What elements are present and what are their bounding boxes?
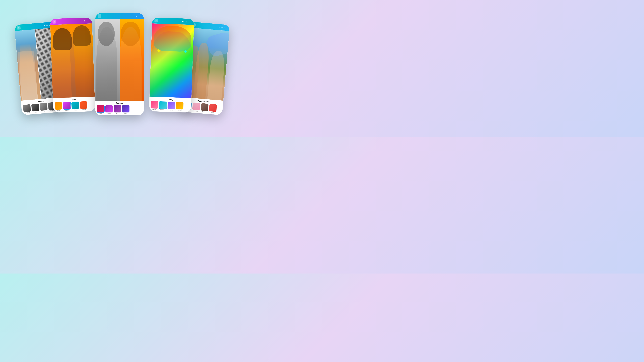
filter-label-lino: Lino xyxy=(34,111,37,113)
copy-icon-5[interactable]: ⧉ xyxy=(221,26,223,29)
filter-label-minced: Minced xyxy=(82,109,86,110)
download-icon-5[interactable]: ↓ xyxy=(224,27,225,29)
filter-row-3: Cherry Fuchsia Pop Violet xyxy=(97,105,142,114)
phones-container: ⌂ ••• ⧉ ↓ ↑ Screen xyxy=(13,8,231,129)
more-icon-4[interactable]: ••• xyxy=(182,21,184,22)
filter-thumb-minced xyxy=(80,101,88,109)
filter-label-semitone: Semitone xyxy=(25,112,30,114)
home-icon-3[interactable]: ⌂ xyxy=(98,14,101,18)
copy-icon-2[interactable]: ⧉ xyxy=(84,19,85,22)
filter-label-cherry: Cherry xyxy=(99,113,102,114)
filter-chipped[interactable]: Chipped xyxy=(63,102,71,111)
filter-moodstone[interactable]: Mood Stone xyxy=(159,101,167,111)
header-icons-4: ••• ⧉ ↓ ↑ xyxy=(182,20,192,23)
filter-thumb-violet xyxy=(122,105,130,112)
filter-thumb-pop xyxy=(114,105,121,112)
phone-trippy: ⌂ ••• ⧉ ↓ ↑ Trippy Fluorite xyxy=(149,17,194,113)
filter-thumb-windel xyxy=(200,103,209,111)
share-icon-4[interactable]: ↑ xyxy=(191,21,192,23)
more-icon-3[interactable]: ••• xyxy=(132,15,134,17)
filter-thumb-drill xyxy=(40,103,48,111)
filter-label-mirror: Mirror xyxy=(170,109,173,111)
filter-label-trygon: Trygon xyxy=(211,112,214,113)
phone-image-2 xyxy=(50,23,95,98)
phone-header-3: ⌂ ••• ⧉ ↓ ↑ xyxy=(95,13,144,19)
filter-label-sliced: Sliced xyxy=(74,109,77,111)
filter-label-none: None xyxy=(57,110,60,111)
filter-thumb-sliced xyxy=(72,102,79,109)
filter-thumb-semitone xyxy=(23,104,31,112)
header-icons-5: ••• ⧉ ↓ ↑ xyxy=(218,26,228,29)
share-icon-5[interactable]: ↑ xyxy=(226,27,228,29)
download-icon-2[interactable]: ↓ xyxy=(86,19,88,22)
home-icon-4[interactable]: ⌂ xyxy=(154,18,158,22)
filter-fluorite2[interactable]: Fluorite xyxy=(176,102,184,111)
filter-fluorite[interactable]: Fluorite xyxy=(151,101,158,110)
filter-label-fluorite2: Fluorite xyxy=(178,110,182,111)
filter-lino[interactable]: Lino xyxy=(31,104,39,113)
filter-drill[interactable]: Drill xyxy=(40,103,48,112)
effect-title-3: Duotone xyxy=(97,102,142,104)
filter-violet[interactable]: Violet xyxy=(122,105,130,114)
phone-bottom-2: Slice None Chipped Sliced Minced xyxy=(53,97,95,113)
filter-semitone[interactable]: Semitone xyxy=(23,104,31,114)
home-icon-2[interactable]: ⌂ xyxy=(52,20,56,24)
filter-label-moodstone: Mood Stone xyxy=(160,109,166,110)
phone-bottom-3: Duotone Cherry Fuchsia Pop Violet xyxy=(95,101,144,115)
filter-none[interactable]: None xyxy=(55,102,62,111)
duotone-divider xyxy=(120,19,120,101)
copy-icon[interactable]: ⧉ xyxy=(46,24,48,26)
download-icon-4[interactable]: ↓ xyxy=(188,21,190,23)
header-icons-3: ••• ⧉ ↓ ↑ xyxy=(132,15,142,17)
filter-label-fuchsia: Fuchsia xyxy=(107,113,111,114)
download-icon-3[interactable]: ↓ xyxy=(138,15,139,17)
filter-label-fluorite: Fluorite xyxy=(152,109,156,110)
filter-thumb-fluorite2 xyxy=(176,102,184,110)
filter-thumb-cherry xyxy=(97,105,104,112)
filter-label-mosaic: Mosaic xyxy=(194,110,198,112)
filter-thumb-mosaic xyxy=(192,102,200,110)
filter-thumb-none xyxy=(55,102,62,110)
filter-thumb-trygon xyxy=(209,104,217,112)
filter-fuchsia[interactable]: Fuchsia xyxy=(105,105,113,114)
filter-row-2: None Chipped Sliced Minced xyxy=(55,101,94,111)
filter-thumb-fuchsia xyxy=(105,105,113,112)
filter-mirror[interactable]: Mirror xyxy=(168,102,175,111)
filter-sliced[interactable]: Sliced xyxy=(72,102,79,111)
filter-trygon[interactable]: Trygon xyxy=(209,104,217,113)
filter-label-pop: Pop xyxy=(116,113,118,114)
copy-icon-3[interactable]: ⧉ xyxy=(136,15,137,17)
phone-bottom-4: Trippy Fluorite Mood Stone Mirror Fluori… xyxy=(149,97,191,113)
filter-row-4: Fluorite Mood Stone Mirror Fluorite xyxy=(151,101,190,111)
filter-label-chipped: Chipped xyxy=(65,110,69,111)
more-icon[interactable]: ••• xyxy=(43,24,45,26)
phone-image-3 xyxy=(95,19,144,101)
copy-icon-4[interactable]: ⧉ xyxy=(186,20,187,23)
filter-thumb-chipped xyxy=(63,102,71,110)
filter-label-violet: Violet xyxy=(124,113,127,114)
download-icon[interactable]: ↓ xyxy=(49,24,50,26)
filter-thumb-mirror xyxy=(168,102,175,109)
filter-windel[interactable]: Windel xyxy=(200,103,208,113)
phone-duotone: ⌂ ••• ⧉ ↓ ↑ Duotone xyxy=(95,13,144,115)
share-icon-2[interactable]: ↑ xyxy=(89,19,90,21)
more-icon-5[interactable]: ••• xyxy=(218,26,220,28)
filter-label-drill: Drill xyxy=(43,111,45,112)
effect-title-2: Slice xyxy=(54,98,93,101)
effect-title-4: Trippy xyxy=(151,98,190,101)
filter-pop[interactable]: Pop xyxy=(114,105,121,114)
filter-label-windel: Windel xyxy=(202,111,206,112)
filter-cherry[interactable]: Cherry xyxy=(97,105,104,114)
phone-slice: ⌂ ••• ⧉ ↓ ↑ Slice None xyxy=(50,17,95,113)
filter-label-corduroy: Corduroy xyxy=(50,110,55,111)
home-icon[interactable]: ⌂ xyxy=(16,26,21,30)
share-icon-3[interactable]: ↑ xyxy=(141,15,142,17)
more-icon-2[interactable]: ••• xyxy=(80,20,82,22)
filter-mosaic[interactable]: Mosaic xyxy=(192,102,200,112)
filter-thumb-lino xyxy=(31,104,39,112)
phone-image-4 xyxy=(150,23,194,98)
filter-minced[interactable]: Minced xyxy=(80,101,88,110)
filter-thumb-fluorite xyxy=(151,101,158,109)
header-icons-2: ••• ⧉ ↓ ↑ xyxy=(80,19,90,22)
filter-thumb-moodstone xyxy=(159,101,167,109)
